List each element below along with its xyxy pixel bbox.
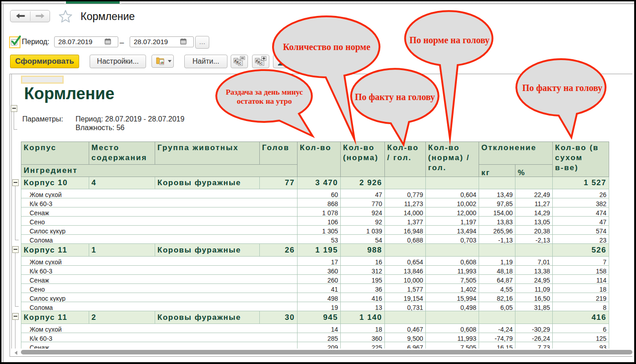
svg-text:С: С: [260, 61, 263, 66]
svg-text:С: С: [239, 61, 242, 66]
